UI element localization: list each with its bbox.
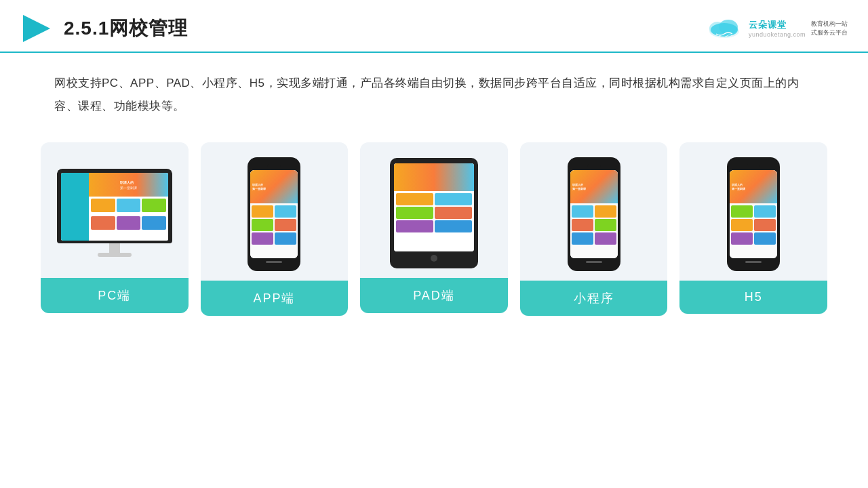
logo-text-block: 云朵课堂 yunduoketang.com [749, 19, 806, 38]
pad-label: PAD端 [360, 278, 508, 313]
header: 2.5.1网校管理 云朵课堂 yunduoketang.com 教育机构一站 式… [0, 0, 868, 53]
pad-image-area [360, 142, 508, 278]
logo-name: 云朵课堂 [749, 19, 806, 31]
h5-image-area: 职涯人的第一堂刷课 [679, 142, 827, 281]
logo-area: 云朵课堂 yunduoketang.com 教育机构一站 式服务云平台 [705, 15, 848, 42]
miniprogram-phone: 职涯人的第一堂刷课 [568, 157, 620, 271]
miniprogram-label: 小程序 [520, 281, 668, 316]
pad-tablet [390, 158, 478, 268]
pc-image-area: 职涯人的 第一堂刷课 [41, 142, 189, 278]
card-pad: PAD端 [360, 142, 508, 313]
svg-point-4 [711, 23, 738, 37]
svg-marker-0 [23, 15, 50, 42]
card-miniprogram: 职涯人的第一堂刷课 [520, 142, 668, 316]
app-image-area: 职涯人的第一堂刷课 [201, 142, 349, 281]
section-number: 2.5.1 [64, 18, 109, 39]
card-app: 职涯人的第一堂刷课 [201, 142, 349, 316]
h5-phone: 职涯人的第一堂刷课 [727, 157, 780, 271]
cloud-logo-icon [705, 15, 743, 42]
logo-url: yunduoketang.com [749, 31, 806, 38]
title-text: 网校管理 [109, 18, 188, 39]
pc-monitor: 职涯人的 第一堂刷课 [57, 169, 172, 257]
play-icon [20, 12, 53, 45]
pc-label: PC端 [41, 278, 189, 313]
miniprogram-image-area: 职涯人的第一堂刷课 [520, 142, 668, 281]
cards-section: 职涯人的 第一堂刷课 [0, 129, 868, 316]
description-text: 网校支持PC、APP、PAD、小程序、H5，实现多端打通，产品各终端自由切换，数… [0, 53, 868, 129]
logo-slogan: 教育机构一站 式服务云平台 [811, 20, 848, 37]
app-phone: 职涯人的第一堂刷课 [248, 157, 300, 271]
card-h5: 职涯人的第一堂刷课 [679, 142, 827, 314]
h5-label: H5 [679, 281, 827, 314]
page-title: 2.5.1网校管理 [64, 16, 188, 41]
description-paragraph: 网校支持PC、APP、PAD、小程序、H5，实现多端打通，产品各终端自由切换，数… [54, 72, 814, 118]
app-label: APP端 [201, 281, 349, 316]
card-pc: 职涯人的 第一堂刷课 [41, 142, 189, 313]
header-left: 2.5.1网校管理 [20, 12, 188, 45]
